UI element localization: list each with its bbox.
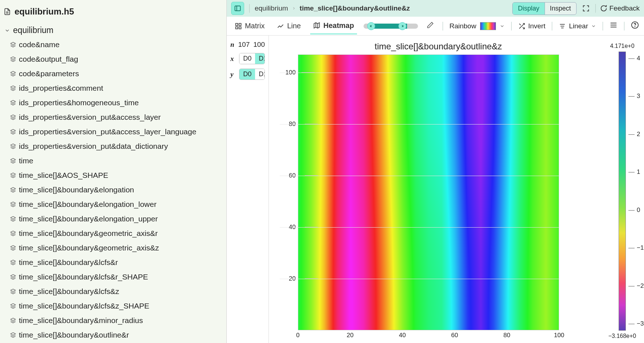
edit-domain-button[interactable] <box>424 21 436 30</box>
layers-icon <box>10 143 16 149</box>
pencil-icon <box>427 21 434 29</box>
tree-item[interactable]: time_slice[]&boundary&outline&r <box>9 328 226 342</box>
domain-slider[interactable] <box>364 24 418 29</box>
divider <box>552 22 552 30</box>
scale-label: Linear <box>569 22 588 30</box>
colorbar-tick: −3 <box>628 320 644 327</box>
tab-matrix[interactable]: Matrix <box>232 18 267 34</box>
tree-item[interactable]: time_slice[]&boundary&geometric_axis&r <box>9 226 226 241</box>
colorbar-gradient: 43210−1−2−3 <box>619 52 626 331</box>
slider-handle-start[interactable] <box>367 22 375 30</box>
tree-item[interactable]: time_slice[]&boundary&lcfs&z_SHAPE <box>9 299 226 313</box>
help-icon <box>631 21 639 29</box>
layers-icon <box>10 42 16 48</box>
dim-y-d0[interactable]: D0 <box>239 69 255 79</box>
tab-matrix-label: Matrix <box>245 22 264 30</box>
dim-x-row: x D0 D1 <box>230 53 265 64</box>
colorbar-tick: 2 <box>628 131 640 138</box>
dim-y-d1[interactable]: D1 <box>255 69 265 79</box>
tree-item[interactable]: time_slice[]&boundary&lcfs&z <box>9 284 226 299</box>
tree-item[interactable]: time_slice[]&boundary&geometric_axis&z <box>9 241 226 255</box>
map-icon <box>313 22 320 29</box>
svg-marker-11 <box>11 173 15 175</box>
dim-n-row: n 107 100 <box>230 41 265 49</box>
breadcrumb-current[interactable]: time_slice[]&boundary&outline&z <box>300 4 410 12</box>
tree-item[interactable]: time_slice[]&boundary&lcfs&r_SHAPE <box>9 270 226 284</box>
divider <box>249 4 250 13</box>
slider-track[interactable] <box>364 24 418 29</box>
layers-icon <box>10 201 16 207</box>
y-tick: 40 <box>289 224 296 231</box>
colorbar-tick: 3 <box>628 93 640 100</box>
tab-heatmap[interactable]: Heatmap <box>310 18 357 34</box>
inspect-tab[interactable]: Inspect <box>545 3 576 15</box>
heatmap-plot[interactable]: 20406080100 020406080100 <box>298 54 559 330</box>
breadcrumb-parent[interactable]: equilibrium <box>255 4 288 12</box>
tab-line[interactable]: Line <box>274 18 304 34</box>
tree-item[interactable]: time_slice[]&AOS_SHAPE <box>9 168 226 183</box>
scale-icon <box>559 23 566 30</box>
colorbar-tick: −2 <box>628 282 644 290</box>
tree-item[interactable]: code&parameters <box>9 66 226 81</box>
display-tab[interactable]: Display <box>513 3 545 15</box>
dim-x-d0[interactable]: D0 <box>239 53 255 64</box>
y-tick: 100 <box>286 69 296 76</box>
dim-x-picker: D0 D1 <box>239 53 265 64</box>
dim-n-val-1: 100 <box>253 41 265 49</box>
layers-icon <box>10 332 16 338</box>
tree-item[interactable]: ids_properties&comment <box>9 81 226 95</box>
tree-item[interactable]: ids_properties&homogeneous_time <box>9 95 226 110</box>
fullscreen-button[interactable] <box>580 3 592 14</box>
breadcrumb: equilibrium time_slice[]&boundary&outlin… <box>255 4 410 12</box>
layers-icon <box>10 71 16 77</box>
svg-marker-22 <box>11 332 15 335</box>
slider-handle-end[interactable] <box>398 22 406 30</box>
tree-item-label: code&output_flag <box>19 55 78 64</box>
tree-item[interactable]: ids_properties&version_put&data_dictiona… <box>9 139 226 154</box>
topbar: equilibrium time_slice[]&boundary&outlin… <box>227 0 644 17</box>
sidebar-toggle-button[interactable] <box>231 2 244 15</box>
content: n 107 100 x D0 D1 y D0 D1 <box>227 36 644 343</box>
main: equilibrium time_slice[]&boundary&outlin… <box>227 0 644 343</box>
scale-picker[interactable]: Linear <box>559 22 596 30</box>
tree-item[interactable]: time_slice[]&boundary&elongation <box>9 183 226 197</box>
tree-item[interactable]: time_slice[]&boundary&minor_radius <box>9 313 226 328</box>
y-tick: 80 <box>289 121 296 128</box>
svg-marker-7 <box>11 115 15 117</box>
more-menu-button[interactable] <box>610 21 618 31</box>
svg-rect-23 <box>235 6 240 11</box>
fullscreen-icon <box>582 4 590 12</box>
tree-item-label: time_slice[]&boundary&minor_radius <box>19 316 143 325</box>
tree-item-label: time_slice[]&boundary&elongation_upper <box>19 215 158 223</box>
colormap-label: Rainbow <box>450 22 476 30</box>
dim-x-d1[interactable]: D1 <box>255 53 265 64</box>
svg-marker-17 <box>11 260 15 262</box>
chart-title: time_slice[]&boundary&outline&z <box>269 39 608 54</box>
tree-root[interactable]: equilibrium <box>0 23 226 37</box>
tree-item-label: code&name <box>19 40 60 49</box>
svg-marker-15 <box>11 231 15 233</box>
tree-item[interactable]: time_slice[]&boundary&lcfs&r <box>9 255 226 270</box>
line-chart-icon <box>277 23 284 30</box>
tree-item[interactable]: time <box>9 154 226 168</box>
invert-button[interactable]: Invert <box>518 22 546 30</box>
tree-item[interactable]: ids_properties&version_put&access_layer <box>9 110 226 124</box>
y-axis: 20406080100 <box>280 54 298 330</box>
tree-item[interactable]: time_slice[]&boundary&elongation_upper <box>9 212 226 226</box>
tree-item[interactable]: code&name <box>9 37 226 52</box>
colormap-picker[interactable]: Rainbow <box>450 22 505 30</box>
heatmap-canvas[interactable] <box>298 54 559 330</box>
chat-icon <box>599 4 607 12</box>
svg-marker-8 <box>11 129 15 132</box>
tree-item[interactable]: time_slice[]&boundary&elongation_lower <box>9 197 226 212</box>
dim-y-picker: D0 D1 <box>239 69 265 80</box>
chart-wrap: time_slice[]&boundary&outline&z 20406080… <box>269 36 644 343</box>
divider <box>443 22 443 30</box>
chevron-down-icon <box>591 24 596 29</box>
svg-marker-18 <box>11 274 15 277</box>
feedback-button[interactable]: Feedback <box>599 4 640 12</box>
help-button[interactable] <box>631 21 639 31</box>
layers-icon <box>10 172 16 178</box>
tree-item[interactable]: ids_properties&version_put&access_layer_… <box>9 124 226 139</box>
tree-item[interactable]: code&output_flag <box>9 52 226 66</box>
